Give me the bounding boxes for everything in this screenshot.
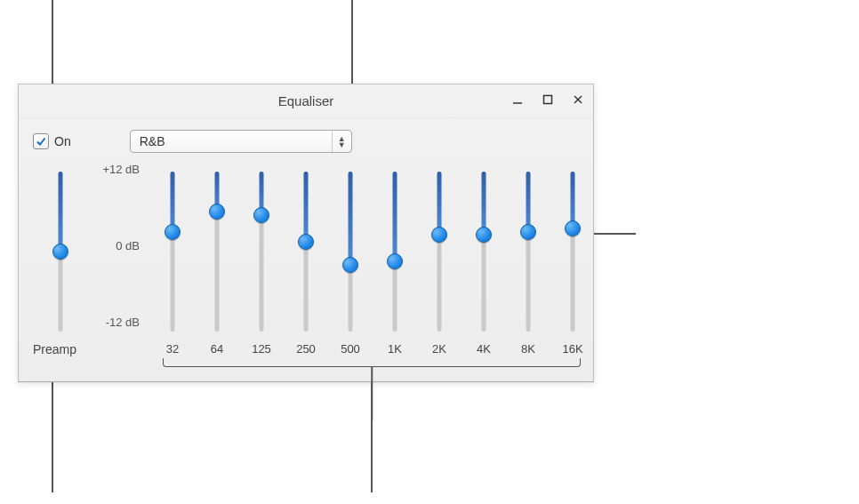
eq-band-32[interactable]: 32 (163, 172, 182, 332)
preamp-label: Preamp (33, 342, 76, 356)
preset-select[interactable]: R&B ▲▼ (130, 130, 352, 153)
eq-band-label: 500 (341, 342, 360, 356)
eq-band-16K[interactable]: 16K (563, 172, 582, 332)
maximize-button[interactable] (538, 90, 558, 109)
svg-rect-1 (544, 96, 552, 104)
eq-band-thumb[interactable] (253, 207, 269, 223)
on-label: On (54, 134, 71, 148)
eq-band-2K[interactable]: 2K (430, 172, 449, 332)
eq-band-8K[interactable]: 8K (518, 172, 538, 332)
eq-band-125[interactable]: 125 (252, 172, 271, 332)
eq-band-thumb[interactable] (565, 220, 581, 236)
eq-band-label: 125 (252, 342, 271, 356)
eq-band-250[interactable]: 250 (296, 172, 316, 332)
eq-band-1K[interactable]: 1K (385, 172, 405, 332)
eq-band-500[interactable]: 500 (341, 172, 360, 332)
db-scale-labels: +12 dB 0 dB -12 dB (83, 166, 140, 333)
eq-band-thumb[interactable] (298, 234, 314, 250)
window-controls (508, 90, 588, 109)
eq-band-thumb[interactable] (476, 227, 492, 243)
eq-band-thumb[interactable] (165, 224, 181, 240)
bands-brace (163, 358, 581, 371)
close-button[interactable] (568, 90, 588, 109)
on-checkbox[interactable] (33, 133, 49, 149)
callout-line-bands (371, 382, 373, 492)
eq-band-thumb[interactable] (431, 227, 447, 243)
checkmark-icon (36, 136, 46, 147)
minimize-button[interactable] (508, 90, 527, 109)
db-max-label: +12 dB (102, 163, 140, 176)
eq-bands: 32641252505001K2K4K8K16K (163, 172, 582, 332)
controls-row: On R&B ▲▼ (33, 127, 579, 156)
eq-band-64[interactable]: 64 (207, 172, 227, 332)
eq-band-4K[interactable]: 4K (474, 172, 494, 332)
eq-band-label: 64 (211, 342, 223, 356)
titlebar: Equaliser (19, 84, 593, 118)
preamp-thumb[interactable] (52, 244, 68, 260)
equaliser-window: Equaliser On R&B ▲▼ (18, 84, 594, 382)
eq-band-label: 1K (388, 342, 402, 356)
eq-band-label: 8K (521, 342, 535, 356)
eq-band-thumb[interactable] (209, 204, 225, 220)
db-min-label: -12 dB (106, 316, 140, 329)
eq-band-label: 2K (432, 342, 446, 356)
select-stepper-icon: ▲▼ (332, 131, 346, 152)
db-mid-label: 0 dB (116, 239, 140, 252)
eq-band-label: 32 (166, 342, 179, 356)
eq-band-thumb[interactable] (342, 257, 358, 273)
preamp-slider[interactable] (51, 172, 70, 332)
eq-band-label: 4K (477, 342, 491, 356)
eq-area: +12 dB 0 dB -12 dB Preamp 32641252505001… (33, 166, 579, 365)
eq-band-label: 16K (562, 342, 582, 356)
eq-band-label: 250 (296, 342, 316, 356)
on-toggle[interactable]: On (33, 133, 71, 149)
eq-band-thumb[interactable] (520, 224, 536, 240)
preset-selected-label: R&B (140, 134, 165, 148)
eq-band-thumb[interactable] (387, 253, 403, 269)
